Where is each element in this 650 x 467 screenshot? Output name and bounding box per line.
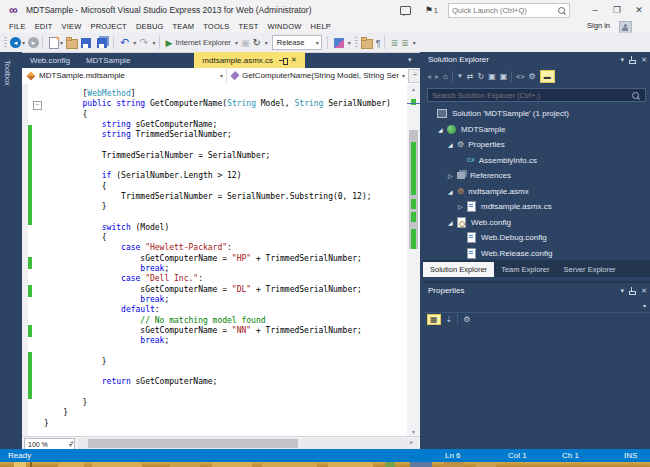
tab-mdtsample[interactable]: MDTSample [78, 52, 138, 68]
solution-explorer-title-bar[interactable]: Solution Explorer ▾ ✕ [423, 52, 650, 67]
tree-item-web-release-config[interactable]: Web.Release.config [423, 246, 650, 261]
auto-hide-pin-icon[interactable] [629, 287, 636, 294]
code-line[interactable]: } [44, 408, 391, 418]
tree-item-mdtsample-asmx-cs[interactable]: ▷mdtsample.asmx.cs [423, 199, 650, 215]
tree-item-web-config[interactable]: ◢Web.config [423, 215, 650, 231]
code-line[interactable]: { [44, 182, 391, 192]
tree-item-mdtsample-asmx[interactable]: ◢⚙mdtsample.asmx [423, 184, 650, 200]
windows-taskbar[interactable] [0, 462, 650, 467]
se-view-code-button[interactable]: <> [516, 70, 524, 83]
taskbar-app-icon[interactable] [14, 462, 26, 467]
quick-launch-input[interactable] [449, 6, 558, 15]
save-all-button[interactable] [97, 38, 107, 48]
toolbar-grip[interactable] [4, 37, 7, 48]
se-refresh-button[interactable]: ↻ [478, 70, 485, 83]
tab-solution-explorer[interactable]: Solution Explorer [423, 262, 494, 277]
run-target-dropdown-icon[interactable]: ▾ [235, 39, 238, 46]
code-line[interactable]: break; [44, 336, 391, 346]
code-line[interactable]: case "Dell Inc.": [44, 274, 391, 284]
toolbar-overflow2-icon[interactable]: ▾ [413, 39, 416, 46]
solution-search-input[interactable] [428, 91, 632, 100]
horizontal-scrollbar-thumb[interactable] [88, 439, 298, 448]
tree-item-solution-mdtsample-1-project-[interactable]: Solution 'MDTSample' (1 project) [423, 106, 650, 122]
properties-title-bar[interactable]: Properties ▾ ✕ [423, 283, 650, 298]
code-line[interactable]: TrimmedSerialNumber = SerialNumber.Subst… [44, 192, 391, 202]
undo-button[interactable]: ↶ [120, 36, 129, 49]
se-settings-button[interactable]: ⚙ [529, 70, 536, 83]
publish-button[interactable] [334, 38, 344, 48]
formatting-marks-button[interactable]: ¶ [376, 36, 381, 49]
taskbar-app-icon[interactable] [410, 462, 432, 467]
window-position-dropdown-icon[interactable]: ▾ [621, 56, 625, 64]
se-forward-button[interactable]: ▸ [435, 70, 439, 83]
tab-team-explorer[interactable]: Team Explorer [494, 262, 556, 277]
code-line[interactable]: break; [44, 295, 391, 305]
menu-view[interactable]: VIEW [62, 22, 82, 31]
menu-window[interactable]: WINDOW [267, 22, 301, 31]
se-back-button[interactable]: ◂ [427, 70, 431, 83]
menu-debug[interactable]: DEBUG [136, 22, 164, 31]
menu-file[interactable]: FILE [9, 22, 26, 31]
code-line[interactable]: TrimmedSerialNumber = SerialNumber; [44, 151, 391, 161]
code-line[interactable]: { [44, 110, 391, 120]
code-line[interactable] [44, 388, 391, 398]
document-list-dropdown-icon[interactable]: ▾ [408, 56, 412, 64]
scroll-right-icon[interactable]: ▸ [410, 437, 413, 448]
sign-in-link[interactable]: Sign in [587, 21, 610, 30]
menu-edit[interactable]: EDIT [35, 22, 53, 31]
scroll-down-icon[interactable]: ▾ [407, 428, 420, 435]
se-collapse-all-button[interactable]: ▣ [488, 70, 496, 83]
auto-hide-pin-icon[interactable] [629, 56, 636, 63]
navigate-back-dropdown-icon[interactable]: ▾ [22, 39, 25, 46]
code-line[interactable]: string sGetComputerName; [44, 120, 391, 130]
save-button[interactable] [81, 38, 91, 48]
tab-server-explorer[interactable]: Server Explorer [556, 262, 622, 277]
restore-button[interactable]: ❐ [606, 1, 628, 19]
menu-tools[interactable]: TOOLS [203, 22, 229, 31]
taskbar-app-icon[interactable] [328, 462, 373, 467]
se-sync-button[interactable]: ⇄ [467, 70, 474, 83]
taskbar-app-icon[interactable] [92, 462, 142, 467]
expanded-arrow-icon[interactable]: ◢ [438, 126, 447, 133]
categorized-button[interactable]: ▦ [427, 314, 441, 325]
increase-indent-button[interactable]: ≣ [401, 36, 409, 49]
code-line[interactable]: [WebMethod] [44, 89, 391, 99]
se-filter-button[interactable]: ▼ [457, 70, 463, 83]
code-line[interactable]: sGetComputerName = "DL" + TrimmedSerialN… [44, 285, 391, 295]
code-line[interactable]: } [44, 419, 391, 429]
code-line[interactable]: string TrimmedSerialNumber; [44, 130, 391, 140]
taskbar-app-icon[interactable] [476, 462, 496, 467]
type-dropdown[interactable]: MDTSample.mdtsample ▾ [22, 68, 227, 83]
taskbar-app-icon[interactable] [385, 462, 395, 467]
toolbar-overflow-icon[interactable]: ▾ [348, 39, 351, 46]
toolbox-tab[interactable]: Toolbox [3, 60, 12, 86]
code-line[interactable] [44, 161, 391, 171]
code-line[interactable] [44, 346, 391, 356]
code-line[interactable]: } [44, 202, 391, 212]
scroll-up-icon[interactable]: ▴ [407, 85, 420, 92]
configuration-combobox[interactable]: Release▾ [272, 35, 322, 50]
code-line[interactable]: { [44, 233, 391, 243]
nested-folder-button[interactable] [361, 39, 373, 49]
taskbar-app-icon[interactable] [262, 462, 317, 467]
undo-dropdown-icon[interactable]: ▾ [133, 39, 136, 46]
properties-object-dropdown[interactable]: ▾ [423, 299, 650, 313]
code-line[interactable]: sGetComputerName = "NN" + TrimmedSerialN… [44, 326, 391, 336]
tree-item-assemblyinfo-cs[interactable]: C#AssemblyInfo.cs [423, 153, 650, 169]
collapsed-arrow-icon[interactable]: ▷ [448, 172, 457, 179]
open-file-button[interactable] [66, 39, 78, 49]
expanded-arrow-icon[interactable]: ◢ [448, 188, 457, 195]
code-line[interactable]: default: [44, 305, 391, 315]
code-line[interactable]: public string GetComputerName(String Mod… [44, 99, 391, 109]
taskbar-app-icon[interactable] [58, 462, 84, 467]
menu-team[interactable]: TEAM [173, 22, 195, 31]
taskbar-app-icon[interactable] [444, 462, 464, 467]
se-preview-selected-toggle[interactable]: ▬ [540, 70, 555, 83]
run-target-label[interactable]: Internet Explorer [175, 36, 230, 49]
tree-item-web-debug-config[interactable]: Web.Debug.config [423, 230, 650, 246]
code-line[interactable]: } [44, 357, 391, 367]
code-line[interactable]: break; [44, 264, 391, 274]
tab-web-config[interactable]: Web.config [22, 52, 78, 68]
code-line[interactable]: case "Hewlett-Packard": [44, 243, 391, 253]
redo-dropdown-icon[interactable]: ▾ [152, 39, 155, 46]
